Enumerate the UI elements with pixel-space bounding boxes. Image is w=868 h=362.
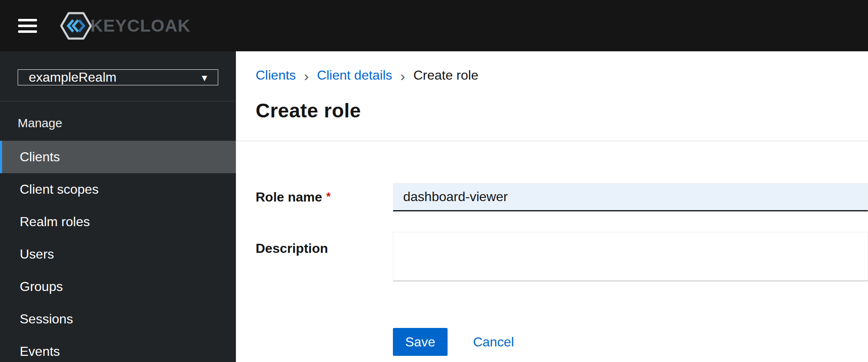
breadcrumb-separator-icon: › [400, 68, 405, 83]
breadcrumb: Clients›Client details›Create role [256, 68, 868, 83]
role-name-row: Role name * [236, 183, 868, 211]
form-actions: Save Cancel [236, 328, 868, 356]
chevron-down-icon: ▾ [202, 72, 207, 83]
breadcrumb-item-clients[interactable]: Clients [256, 68, 296, 83]
breadcrumb-item-create-role: Create role [413, 68, 478, 83]
sidebar-item-realm-roles[interactable]: Realm roles [0, 206, 236, 238]
page-header-divider [236, 141, 868, 141]
keycloak-logo-icon [60, 12, 92, 40]
role-name-label: Role name * [256, 190, 393, 205]
main-content: Clients›Client details›Create role Creat… [236, 51, 868, 362]
save-button[interactable]: Save [393, 328, 448, 356]
sidebar: exampleRealm ▾ Manage ClientsClient scop… [0, 51, 236, 362]
create-role-form: Role name * Description Save Cancel [236, 183, 868, 356]
keycloak-logo: KEYCLOAK [60, 12, 191, 40]
sidebar-item-events[interactable]: Events [0, 335, 236, 362]
realm-selector-value: exampleRealm [29, 70, 116, 85]
hamburger-menu-icon [18, 19, 37, 21]
sidebar-item-groups[interactable]: Groups [0, 270, 236, 303]
layout: exampleRealm ▾ Manage ClientsClient scop… [0, 51, 868, 362]
description-row: Description [236, 232, 868, 281]
brand-wordmark: KEYCLOAK [90, 16, 191, 36]
sidebar-item-users[interactable]: Users [0, 238, 236, 270]
role-name-input[interactable] [393, 183, 868, 211]
required-indicator: * [326, 190, 331, 203]
hamburger-menu-button[interactable] [18, 19, 37, 33]
sidebar-item-client-scopes[interactable]: Client scopes [0, 173, 236, 206]
description-textarea[interactable] [393, 232, 868, 281]
description-label: Description [256, 232, 393, 256]
breadcrumb-separator-icon: › [304, 68, 309, 83]
sidebar-item-clients[interactable]: Clients [0, 141, 236, 173]
app-root: KEYCLOAK exampleRealm ▾ Manage ClientsCl… [0, 0, 868, 362]
page-title: Create role [256, 99, 868, 122]
header: KEYCLOAK [0, 0, 868, 51]
breadcrumb-item-client-details[interactable]: Client details [317, 68, 392, 83]
sidebar-nav-list: ClientsClient scopesRealm rolesUsersGrou… [0, 141, 236, 362]
cancel-button[interactable]: Cancel [473, 335, 514, 350]
realm-selector[interactable]: exampleRealm ▾ [18, 69, 218, 85]
sidebar-item-sessions[interactable]: Sessions [0, 303, 236, 335]
nav-group-label: Manage [0, 101, 236, 141]
